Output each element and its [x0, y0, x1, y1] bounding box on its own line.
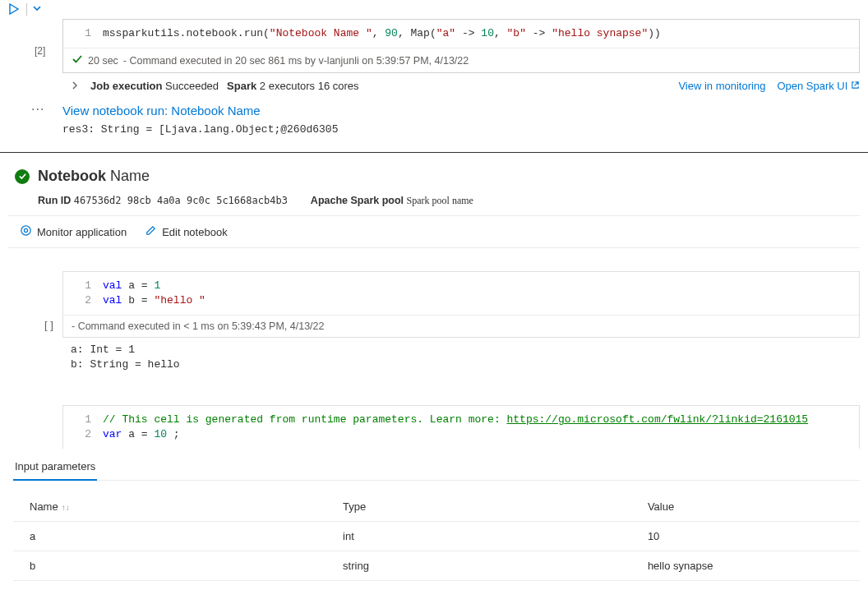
execution-count: [2] — [35, 45, 45, 57]
svg-point-0 — [21, 226, 30, 235]
code-cell: 12 // This cell is generated from runtim… — [62, 405, 860, 449]
column-header-type[interactable]: Type — [326, 492, 631, 522]
code-content[interactable]: // This cell is generated from runtime p… — [103, 413, 859, 442]
table-row: bstringhello synapse — [13, 551, 860, 581]
line-gutter: 12 — [63, 413, 103, 442]
code-cell: 1 mssparkutils.notebook.run("Notebook Na… — [62, 19, 860, 73]
code-content[interactable]: mssparkutils.notebook.run("Notebook Name… — [103, 26, 859, 41]
parameters-table: Name↑↓ Type Value aint10bstringhello syn… — [13, 492, 860, 581]
table-cell: 10 — [631, 522, 860, 551]
expand-cell-button[interactable] — [26, 3, 42, 16]
checkmark-icon — [72, 53, 83, 67]
table-cell: b — [13, 551, 326, 581]
open-spark-ui-link[interactable]: Open Spark UI — [777, 80, 860, 92]
sort-icon: ↑↓ — [62, 503, 70, 512]
learn-more-link[interactable]: https://go.microsoft.com/fwlink/?linkid=… — [506, 413, 808, 426]
monitor-icon — [20, 224, 32, 239]
edit-icon — [145, 224, 157, 239]
code-cell: 12 val a = 1 val b = "hello " - Command … — [62, 271, 860, 338]
output-result: res3: String = [Ljava.lang.Object;@260d6… — [62, 121, 860, 139]
table-row: aint10 — [13, 522, 860, 551]
column-header-name[interactable]: Name↑↓ — [13, 492, 326, 522]
more-menu-icon[interactable]: ··· — [31, 102, 44, 117]
table-cell: string — [326, 551, 631, 581]
job-execution-row: Job execution Succeeded Spark 2 executor… — [0, 73, 868, 99]
table-cell: a — [13, 522, 326, 551]
code-content[interactable]: val a = 1 val b = "hello " — [103, 279, 859, 308]
run-id: Run ID 467536d2 98cb 4a0a 9c0c 5c1668acb… — [38, 195, 288, 206]
tab-input-parameters[interactable]: Input parameters — [13, 460, 97, 481]
table-cell: int — [326, 522, 631, 551]
external-link-icon — [851, 81, 860, 91]
success-icon — [15, 169, 30, 184]
monitor-application-button[interactable]: Monitor application — [20, 224, 127, 239]
view-notebook-run-link[interactable]: View notebook run: Notebook Name — [62, 104, 261, 118]
notebook-title: Notebook Name — [38, 168, 150, 185]
run-cell-button[interactable] — [8, 3, 20, 17]
table-cell: hello synapse — [631, 551, 860, 581]
view-monitoring-link[interactable]: View in monitoring — [678, 80, 765, 92]
edit-notebook-button[interactable]: Edit notebook — [145, 224, 228, 239]
column-header-value[interactable]: Value — [631, 492, 860, 522]
svg-point-1 — [24, 228, 27, 232]
cell-output: a: Int = 1 b: String = hello — [0, 338, 868, 372]
chevron-right-icon[interactable] — [71, 80, 79, 92]
status-text: - Command executed in < 1 ms on 5:39:43 … — [72, 320, 324, 332]
line-gutter: 1 — [63, 26, 103, 41]
spark-pool: Apache Spark pool Spark pool name — [311, 195, 473, 207]
status-time: 20 sec — [88, 55, 118, 67]
cell-status: 20 sec - Command executed in 20 sec 861 … — [63, 48, 859, 72]
line-gutter: 12 — [63, 279, 103, 308]
status-text: - Command executed in 20 sec 861 ms by v… — [123, 55, 469, 67]
section-divider — [0, 152, 868, 153]
execution-count: [ ] — [44, 319, 53, 331]
